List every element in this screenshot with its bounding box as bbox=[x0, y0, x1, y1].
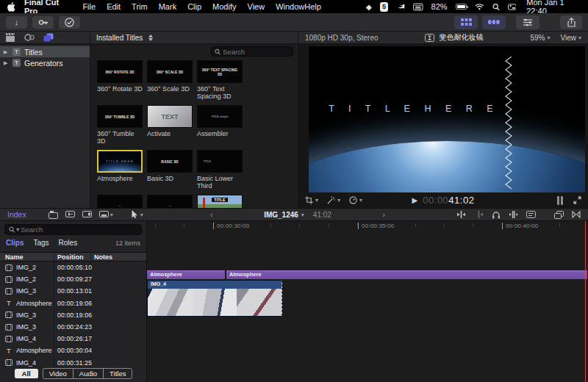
av-output-icon[interactable] bbox=[572, 211, 581, 218]
browser-grid-view-button[interactable] bbox=[454, 15, 478, 29]
insert-edit-icon[interactable] bbox=[65, 211, 75, 219]
append-edit-icon[interactable] bbox=[82, 211, 92, 219]
table-row[interactable]: T IMG_4 00:00:31:25 bbox=[0, 357, 146, 369]
effects-browser-icon[interactable] bbox=[24, 33, 35, 42]
menu-item[interactable]: View bbox=[248, 2, 265, 11]
effects-wand-icon[interactable] bbox=[327, 196, 335, 204]
column-header-notes[interactable]: Notes bbox=[91, 253, 146, 261]
title-clip[interactable]: Atmosphere bbox=[226, 270, 587, 279]
previous-item-button[interactable]: ‹ bbox=[210, 210, 213, 219]
title-thumbnail[interactable]: TEXT bbox=[147, 105, 193, 128]
title-thumbnail[interactable]: 360° TEXT SPACING 3D bbox=[197, 60, 243, 83]
import-button[interactable]: ↓ bbox=[6, 16, 27, 29]
menu-item[interactable]: Mark bbox=[159, 2, 176, 11]
title-thumbnail[interactable]: BASIC 3D bbox=[147, 150, 193, 173]
title-thumbnail-cell[interactable]: TEXT Activate bbox=[147, 105, 197, 148]
title-thumbnail[interactable]: ~ bbox=[147, 195, 193, 208]
swift-bird-icon[interactable] bbox=[396, 3, 405, 11]
title-thumbnail-cell[interactable]: ~ bbox=[147, 195, 197, 208]
trim-start-icon[interactable] bbox=[456, 211, 466, 218]
index-search-input[interactable] bbox=[21, 226, 137, 234]
title-thumbnail-cell[interactable]: TITLE HERE Atmosphere bbox=[97, 150, 147, 193]
spotlight-icon[interactable] bbox=[492, 3, 500, 11]
chevron-down-icon[interactable]: ▾ bbox=[337, 197, 340, 203]
menu-item[interactable]: Window bbox=[276, 2, 304, 11]
table-row[interactable]: T Atmosphere 00:00:30:04 bbox=[0, 345, 146, 356]
disclosure-triangle-icon[interactable]: ▶ bbox=[4, 49, 9, 55]
keyboard-icon[interactable] bbox=[413, 3, 423, 11]
title-thumbnail-cell[interactable]: 360° TUMBLE 3D 360° Tumble 3D bbox=[97, 105, 147, 148]
tool-selector[interactable]: ▾ bbox=[131, 210, 143, 219]
media-browser-icon[interactable] bbox=[5, 33, 15, 42]
browser-header[interactable]: Installed Titles bbox=[90, 32, 298, 43]
viewer-view-menu[interactable]: View▾ bbox=[560, 34, 581, 42]
background-tasks-button[interactable] bbox=[59, 16, 80, 29]
filter-button[interactable]: Video bbox=[43, 369, 73, 378]
keyword-editor-button[interactable] bbox=[32, 16, 54, 29]
table-row[interactable]: T IMG_3 00:00:13:01 bbox=[0, 285, 146, 297]
title-thumbnail[interactable]: TITLE HERE bbox=[97, 150, 143, 173]
clip-appearance-icon[interactable] bbox=[526, 211, 536, 218]
apple-menu[interactable] bbox=[7, 2, 15, 12]
menu-item[interactable]: Clip bbox=[187, 2, 201, 11]
table-row[interactable]: T IMG_2 00:00:09:27 bbox=[0, 273, 146, 285]
table-row[interactable]: T IMG_3 00:00:19:06 bbox=[0, 309, 146, 321]
viewer-zoom-menu[interactable]: 59%▾ bbox=[530, 34, 550, 42]
video-clip[interactable]: IMG_4 bbox=[147, 280, 282, 317]
chevron-down-icon[interactable]: ▾ bbox=[16, 226, 19, 233]
extend-edit-icon[interactable] bbox=[509, 211, 518, 218]
title-thumbnail[interactable]: 360° TUMBLE 3D bbox=[97, 105, 143, 128]
filter-all-button[interactable]: All bbox=[15, 369, 38, 378]
share-button[interactable] bbox=[560, 15, 582, 29]
title-thumbnail-cell[interactable]: 360° ROTATE 3D 360° Rotate 3D bbox=[97, 60, 147, 104]
chevron-down-icon[interactable]: ▾ bbox=[359, 197, 362, 203]
retime-icon[interactable] bbox=[349, 196, 357, 204]
menu-item[interactable]: Edit bbox=[107, 2, 121, 11]
titles-generators-browser-icon[interactable] bbox=[43, 33, 54, 43]
title-thumbnail[interactable]: TITLE sample bbox=[197, 105, 243, 128]
table-row[interactable]: T Atmosphere 00:00:19:06 bbox=[0, 298, 146, 309]
title-thumbnail[interactable]: ~ bbox=[97, 195, 143, 208]
table-row[interactable]: T IMG_3 00:00:24:23 bbox=[0, 321, 146, 333]
title-thumbnail[interactable]: TITLE bbox=[197, 195, 243, 208]
index-tab[interactable]: Tags bbox=[33, 239, 49, 247]
timeline-tracks[interactable]: 00:00:30:0000:00:35:0000:00:40:00 Atmosp… bbox=[147, 221, 588, 382]
index-tab[interactable]: Roles bbox=[59, 239, 78, 247]
browser-search-field[interactable] bbox=[211, 46, 293, 57]
menu-item-help[interactable]: Help bbox=[304, 2, 321, 11]
title-thumbnail-cell[interactable]: TITLE bbox=[197, 195, 247, 208]
title-thumbnail-cell[interactable]: TITLE sample Assembler bbox=[197, 105, 247, 148]
filter-button[interactable]: Audio bbox=[73, 369, 103, 378]
browser-filmstrip-view-button[interactable] bbox=[482, 15, 506, 29]
index-search-field[interactable]: ▾ bbox=[4, 224, 142, 235]
menu-item[interactable]: Trim bbox=[132, 2, 148, 11]
menu-item[interactable]: File bbox=[82, 2, 96, 11]
next-item-button[interactable]: › bbox=[382, 210, 385, 219]
title-clip[interactable]: Atmosphere bbox=[147, 270, 225, 279]
current-timeline-menu[interactable]: IMG_1246 ▾ 41:02 bbox=[264, 211, 331, 219]
browser-search-input[interactable] bbox=[223, 48, 290, 56]
column-header-name[interactable]: Name bbox=[0, 253, 54, 261]
timeline-index-button[interactable]: Index bbox=[7, 210, 26, 219]
viewer-canvas[interactable]: T I T L E H E R E bbox=[309, 46, 585, 192]
status-app-icon[interactable]: ◆ bbox=[366, 3, 372, 11]
title-thumbnail-cell[interactable]: 360° SCALE 3D 360° Scale 3D bbox=[147, 60, 197, 104]
solo-headphones-icon[interactable] bbox=[492, 211, 501, 219]
title-thumbnail[interactable]: 360° SCALE 3D bbox=[147, 60, 193, 83]
show-browser-icon[interactable] bbox=[554, 211, 564, 219]
input-source-icon[interactable]: 5 bbox=[380, 2, 389, 12]
crop-transform-icon[interactable] bbox=[305, 196, 313, 204]
chevron-down-icon[interactable]: ▾ bbox=[315, 197, 318, 203]
wifi-icon[interactable] bbox=[475, 3, 484, 10]
browser-settings-button[interactable] bbox=[516, 15, 539, 29]
play-button[interactable]: ▶ bbox=[412, 196, 418, 204]
overwrite-edit-icon[interactable] bbox=[99, 211, 109, 219]
index-tab[interactable]: Clips bbox=[6, 239, 24, 247]
control-center-icon[interactable] bbox=[508, 4, 517, 10]
sidebar-item[interactable]: ▶ Generators bbox=[0, 57, 90, 68]
sidebar-item[interactable]: ▶ Titles bbox=[0, 46, 90, 57]
audio-meters-icon[interactable] bbox=[557, 196, 563, 205]
title-thumbnail[interactable]: 360° ROTATE 3D bbox=[97, 60, 143, 83]
fullscreen-icon[interactable] bbox=[573, 196, 581, 204]
table-row[interactable]: T IMG_2 00:00:05:10 bbox=[0, 262, 146, 273]
